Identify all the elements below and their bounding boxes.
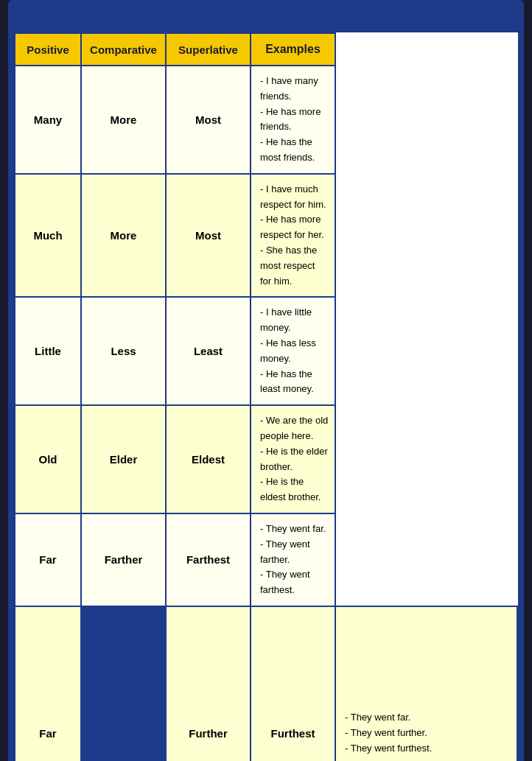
cell-positive: Far: [15, 606, 81, 761]
cell-comparative: More: [81, 174, 166, 298]
page-title: [11, 3, 521, 29]
watermark-label: ENGDIC.ORG: [82, 607, 98, 761]
cell-superlative: Most: [166, 174, 251, 298]
header-superlative: Superlative: [166, 33, 251, 66]
table-wrapper: Positive Comparative Superlative Example…: [11, 29, 521, 761]
cell-superlative: Farthest: [166, 513, 251, 606]
cell-comparative: Less: [81, 297, 166, 405]
cell-examples: - They went far.- They went farther.- Th…: [251, 513, 335, 606]
main-card: Positive Comparative Superlative Example…: [8, 0, 524, 761]
cell-comparative: Further: [166, 606, 251, 761]
cell-comparative: Elder: [81, 405, 166, 513]
table-row: MuchMoreMost- I have much respect for hi…: [15, 174, 517, 298]
cell-positive: Much: [15, 174, 81, 298]
table-row: LittleLessLeast- I have little money.- H…: [15, 297, 517, 405]
cell-superlative: Furthest: [251, 606, 335, 761]
adjectives-table: Positive Comparative Superlative Example…: [14, 32, 518, 761]
table-row: FarFartherFarthest- They went far.- They…: [15, 513, 517, 606]
cell-superlative: Least: [166, 297, 251, 405]
cell-positive: Old: [15, 405, 81, 513]
cell-positive: Little: [15, 297, 81, 405]
cell-superlative: Most: [166, 66, 251, 174]
header-positive: Positive: [15, 33, 81, 66]
table-row: FarENGDIC.ORGFurtherFurthest- They went …: [15, 606, 517, 761]
watermark-cell: ENGDIC.ORG: [81, 606, 166, 761]
cell-positive: Many: [15, 66, 81, 174]
cell-examples: - They went far.- They went further.- Th…: [335, 606, 517, 761]
cell-examples: - I have little money.- He has less mone…: [251, 297, 335, 405]
cell-examples: - We are the old people here.- He is the…: [251, 405, 335, 513]
cell-comparative: More: [81, 66, 166, 174]
cell-positive: Far: [15, 513, 81, 606]
table-row: OldElderEldest- We are the old people he…: [15, 405, 517, 513]
cell-comparative: Farther: [81, 513, 166, 606]
table-header-row: Positive Comparative Superlative Example…: [15, 33, 517, 66]
cell-examples: - I have much respect for him.- He has m…: [251, 174, 335, 298]
cell-examples: - I have many friends.- He has more frie…: [251, 66, 335, 174]
cell-superlative: Eldest: [166, 405, 251, 513]
header-examples: Examples: [251, 33, 335, 66]
table-row: ManyMoreMost- I have many friends.- He h…: [15, 66, 517, 174]
header-comparative: Comparative: [81, 33, 166, 66]
